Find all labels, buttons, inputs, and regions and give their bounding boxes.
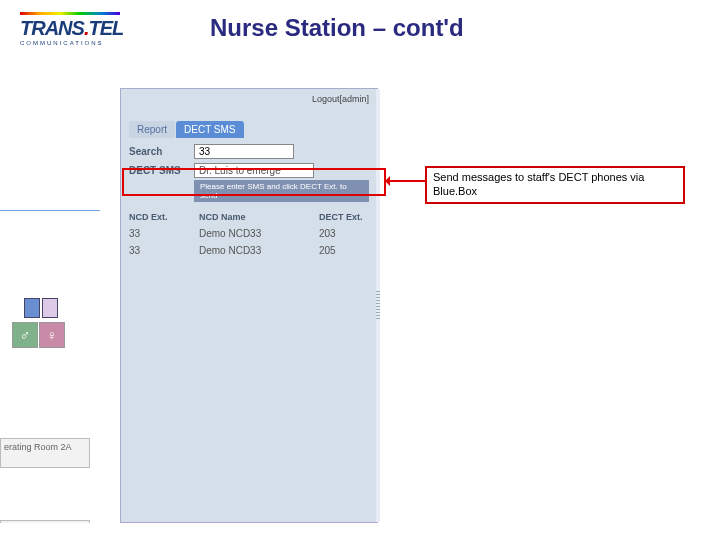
table-row[interactable]: 33 Demo NCD33 205 <box>129 242 369 259</box>
callout-arrow <box>386 180 426 182</box>
sms-label: DECT SMS <box>129 165 194 176</box>
col-ncd-name: NCD Name <box>199 212 319 222</box>
dect-sms-panel: Logout[admin] Report DECT SMS Search DEC… <box>120 88 378 523</box>
col-dect-ext: DECT Ext. <box>319 212 369 222</box>
female-restroom-icon: ♀ <box>39 322 65 348</box>
logo-text-left: TRANS <box>20 17 84 39</box>
logo-subtitle: COMMUNICATIONS <box>20 40 160 46</box>
col-ncd-ext: NCD Ext. <box>129 212 199 222</box>
panel-resizer[interactable] <box>376 89 380 522</box>
logout-link[interactable]: Logout[admin] <box>312 94 369 104</box>
sms-hint: Please enter SMS and click DECT Ext. to … <box>194 180 369 202</box>
callout-text: Send messages to staff's DECT phones via… <box>425 166 685 204</box>
floorplan-room-label: erating Room 2B <box>0 520 90 523</box>
search-input[interactable] <box>194 144 294 159</box>
logo-text-right: TEL <box>88 17 123 39</box>
tab-dect-sms[interactable]: DECT SMS <box>176 121 244 138</box>
app-screenshot: ♂ ♀ erating Room 2A erating Room 2B Logo… <box>0 88 380 523</box>
search-label: Search <box>129 146 194 157</box>
logo: TRANS.TEL COMMUNICATIONS <box>20 10 160 46</box>
table-row[interactable]: 33 Demo NCD33 203 <box>129 225 369 242</box>
sms-input[interactable] <box>194 163 314 178</box>
male-restroom-icon: ♂ <box>12 322 38 348</box>
floorplan-badge-icon <box>24 298 40 318</box>
floorplan-badge-icon <box>42 298 58 318</box>
floorplan-room-label: erating Room 2A <box>0 438 90 468</box>
tab-report[interactable]: Report <box>129 121 175 138</box>
floorplan-snippet: ♂ ♀ erating Room 2A erating Room 2B <box>0 298 90 523</box>
results-table: NCD Ext. NCD Name DECT Ext. 33 Demo NCD3… <box>129 209 369 259</box>
slide-title: Nurse Station – cont'd <box>210 14 464 42</box>
